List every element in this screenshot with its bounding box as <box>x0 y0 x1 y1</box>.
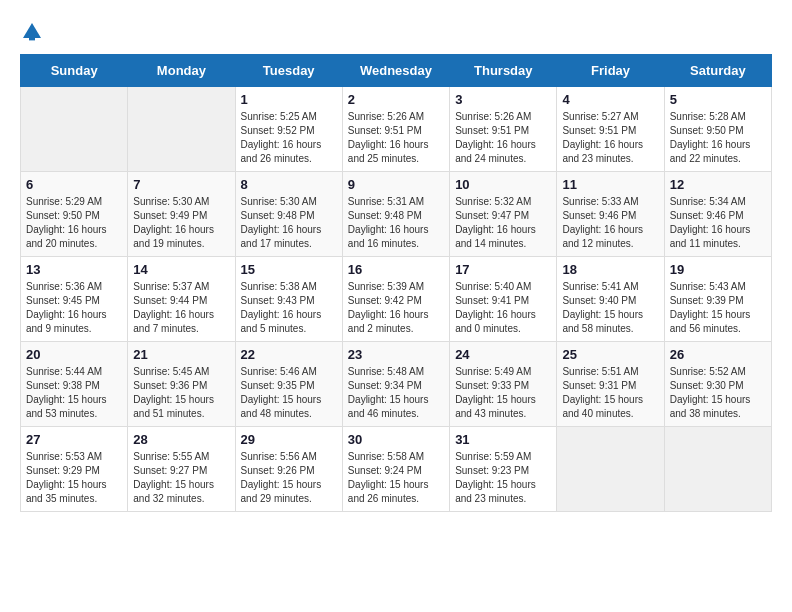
weekday-header-sunday: Sunday <box>21 55 128 87</box>
weekday-header-thursday: Thursday <box>450 55 557 87</box>
day-detail: Sunrise: 5:53 AM Sunset: 9:29 PM Dayligh… <box>26 450 122 506</box>
calendar-cell: 20Sunrise: 5:44 AM Sunset: 9:38 PM Dayli… <box>21 342 128 427</box>
calendar-cell: 8Sunrise: 5:30 AM Sunset: 9:48 PM Daylig… <box>235 172 342 257</box>
calendar-cell: 22Sunrise: 5:46 AM Sunset: 9:35 PM Dayli… <box>235 342 342 427</box>
calendar-cell: 15Sunrise: 5:38 AM Sunset: 9:43 PM Dayli… <box>235 257 342 342</box>
svg-rect-2 <box>29 37 35 41</box>
day-number: 22 <box>241 347 337 362</box>
calendar-cell: 18Sunrise: 5:41 AM Sunset: 9:40 PM Dayli… <box>557 257 664 342</box>
calendar-cell <box>128 87 235 172</box>
day-number: 5 <box>670 92 766 107</box>
day-detail: Sunrise: 5:59 AM Sunset: 9:23 PM Dayligh… <box>455 450 551 506</box>
day-number: 21 <box>133 347 229 362</box>
calendar-cell: 1Sunrise: 5:25 AM Sunset: 9:52 PM Daylig… <box>235 87 342 172</box>
day-number: 13 <box>26 262 122 277</box>
day-number: 27 <box>26 432 122 447</box>
calendar-cell: 16Sunrise: 5:39 AM Sunset: 9:42 PM Dayli… <box>342 257 449 342</box>
day-number: 10 <box>455 177 551 192</box>
weekday-header-wednesday: Wednesday <box>342 55 449 87</box>
calendar-cell: 10Sunrise: 5:32 AM Sunset: 9:47 PM Dayli… <box>450 172 557 257</box>
day-detail: Sunrise: 5:39 AM Sunset: 9:42 PM Dayligh… <box>348 280 444 336</box>
calendar-table: SundayMondayTuesdayWednesdayThursdayFrid… <box>20 54 772 512</box>
day-number: 14 <box>133 262 229 277</box>
day-number: 28 <box>133 432 229 447</box>
weekday-header-friday: Friday <box>557 55 664 87</box>
day-detail: Sunrise: 5:58 AM Sunset: 9:24 PM Dayligh… <box>348 450 444 506</box>
calendar-cell: 30Sunrise: 5:58 AM Sunset: 9:24 PM Dayli… <box>342 427 449 512</box>
day-number: 12 <box>670 177 766 192</box>
day-detail: Sunrise: 5:31 AM Sunset: 9:48 PM Dayligh… <box>348 195 444 251</box>
week-row-4: 20Sunrise: 5:44 AM Sunset: 9:38 PM Dayli… <box>21 342 772 427</box>
day-detail: Sunrise: 5:51 AM Sunset: 9:31 PM Dayligh… <box>562 365 658 421</box>
day-detail: Sunrise: 5:29 AM Sunset: 9:50 PM Dayligh… <box>26 195 122 251</box>
weekday-header-row: SundayMondayTuesdayWednesdayThursdayFrid… <box>21 55 772 87</box>
calendar-cell: 31Sunrise: 5:59 AM Sunset: 9:23 PM Dayli… <box>450 427 557 512</box>
calendar-cell: 13Sunrise: 5:36 AM Sunset: 9:45 PM Dayli… <box>21 257 128 342</box>
day-number: 19 <box>670 262 766 277</box>
calendar-cell: 17Sunrise: 5:40 AM Sunset: 9:41 PM Dayli… <box>450 257 557 342</box>
day-number: 20 <box>26 347 122 362</box>
day-detail: Sunrise: 5:28 AM Sunset: 9:50 PM Dayligh… <box>670 110 766 166</box>
day-number: 8 <box>241 177 337 192</box>
calendar-cell: 3Sunrise: 5:26 AM Sunset: 9:51 PM Daylig… <box>450 87 557 172</box>
calendar-cell <box>557 427 664 512</box>
day-number: 9 <box>348 177 444 192</box>
day-number: 17 <box>455 262 551 277</box>
day-detail: Sunrise: 5:48 AM Sunset: 9:34 PM Dayligh… <box>348 365 444 421</box>
calendar-cell: 4Sunrise: 5:27 AM Sunset: 9:51 PM Daylig… <box>557 87 664 172</box>
calendar-cell: 28Sunrise: 5:55 AM Sunset: 9:27 PM Dayli… <box>128 427 235 512</box>
day-number: 26 <box>670 347 766 362</box>
weekday-header-tuesday: Tuesday <box>235 55 342 87</box>
day-detail: Sunrise: 5:32 AM Sunset: 9:47 PM Dayligh… <box>455 195 551 251</box>
day-number: 1 <box>241 92 337 107</box>
day-detail: Sunrise: 5:30 AM Sunset: 9:49 PM Dayligh… <box>133 195 229 251</box>
calendar-cell: 7Sunrise: 5:30 AM Sunset: 9:49 PM Daylig… <box>128 172 235 257</box>
calendar-cell: 19Sunrise: 5:43 AM Sunset: 9:39 PM Dayli… <box>664 257 771 342</box>
day-number: 7 <box>133 177 229 192</box>
day-detail: Sunrise: 5:55 AM Sunset: 9:27 PM Dayligh… <box>133 450 229 506</box>
day-number: 4 <box>562 92 658 107</box>
week-row-2: 6Sunrise: 5:29 AM Sunset: 9:50 PM Daylig… <box>21 172 772 257</box>
calendar-cell <box>21 87 128 172</box>
week-row-3: 13Sunrise: 5:36 AM Sunset: 9:45 PM Dayli… <box>21 257 772 342</box>
calendar-cell <box>664 427 771 512</box>
day-detail: Sunrise: 5:40 AM Sunset: 9:41 PM Dayligh… <box>455 280 551 336</box>
day-detail: Sunrise: 5:46 AM Sunset: 9:35 PM Dayligh… <box>241 365 337 421</box>
day-detail: Sunrise: 5:25 AM Sunset: 9:52 PM Dayligh… <box>241 110 337 166</box>
day-number: 3 <box>455 92 551 107</box>
day-number: 30 <box>348 432 444 447</box>
day-number: 29 <box>241 432 337 447</box>
calendar-cell: 12Sunrise: 5:34 AM Sunset: 9:46 PM Dayli… <box>664 172 771 257</box>
day-detail: Sunrise: 5:56 AM Sunset: 9:26 PM Dayligh… <box>241 450 337 506</box>
calendar-cell: 5Sunrise: 5:28 AM Sunset: 9:50 PM Daylig… <box>664 87 771 172</box>
day-detail: Sunrise: 5:41 AM Sunset: 9:40 PM Dayligh… <box>562 280 658 336</box>
day-detail: Sunrise: 5:45 AM Sunset: 9:36 PM Dayligh… <box>133 365 229 421</box>
calendar-cell: 11Sunrise: 5:33 AM Sunset: 9:46 PM Dayli… <box>557 172 664 257</box>
day-detail: Sunrise: 5:26 AM Sunset: 9:51 PM Dayligh… <box>455 110 551 166</box>
day-detail: Sunrise: 5:52 AM Sunset: 9:30 PM Dayligh… <box>670 365 766 421</box>
logo <box>20 20 48 44</box>
day-detail: Sunrise: 5:37 AM Sunset: 9:44 PM Dayligh… <box>133 280 229 336</box>
calendar-cell: 21Sunrise: 5:45 AM Sunset: 9:36 PM Dayli… <box>128 342 235 427</box>
weekday-header-saturday: Saturday <box>664 55 771 87</box>
week-row-1: 1Sunrise: 5:25 AM Sunset: 9:52 PM Daylig… <box>21 87 772 172</box>
page-header <box>20 20 772 44</box>
calendar-cell: 25Sunrise: 5:51 AM Sunset: 9:31 PM Dayli… <box>557 342 664 427</box>
calendar-cell: 23Sunrise: 5:48 AM Sunset: 9:34 PM Dayli… <box>342 342 449 427</box>
calendar-cell: 9Sunrise: 5:31 AM Sunset: 9:48 PM Daylig… <box>342 172 449 257</box>
day-number: 11 <box>562 177 658 192</box>
day-detail: Sunrise: 5:34 AM Sunset: 9:46 PM Dayligh… <box>670 195 766 251</box>
calendar-cell: 27Sunrise: 5:53 AM Sunset: 9:29 PM Dayli… <box>21 427 128 512</box>
day-number: 6 <box>26 177 122 192</box>
day-detail: Sunrise: 5:36 AM Sunset: 9:45 PM Dayligh… <box>26 280 122 336</box>
day-detail: Sunrise: 5:43 AM Sunset: 9:39 PM Dayligh… <box>670 280 766 336</box>
day-number: 23 <box>348 347 444 362</box>
calendar-cell: 24Sunrise: 5:49 AM Sunset: 9:33 PM Dayli… <box>450 342 557 427</box>
day-detail: Sunrise: 5:44 AM Sunset: 9:38 PM Dayligh… <box>26 365 122 421</box>
day-detail: Sunrise: 5:38 AM Sunset: 9:43 PM Dayligh… <box>241 280 337 336</box>
calendar-cell: 2Sunrise: 5:26 AM Sunset: 9:51 PM Daylig… <box>342 87 449 172</box>
day-detail: Sunrise: 5:49 AM Sunset: 9:33 PM Dayligh… <box>455 365 551 421</box>
day-number: 25 <box>562 347 658 362</box>
day-number: 24 <box>455 347 551 362</box>
day-number: 15 <box>241 262 337 277</box>
